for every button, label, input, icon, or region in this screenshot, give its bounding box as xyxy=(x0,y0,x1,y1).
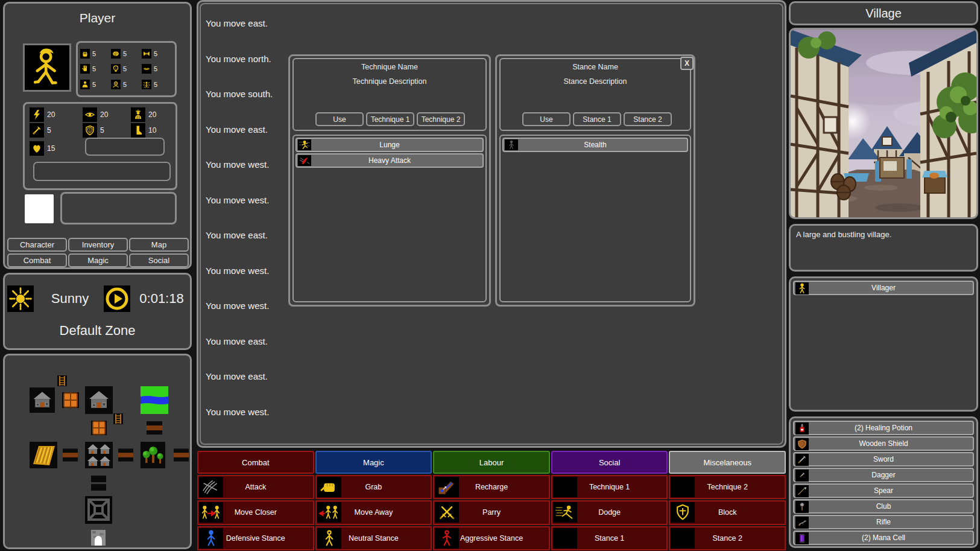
log-line: You move east. xyxy=(206,229,280,241)
attr-value: 20 xyxy=(100,110,108,119)
lips-icon xyxy=(142,64,151,74)
status-input[interactable] xyxy=(85,138,165,156)
item-label: Club xyxy=(794,502,973,511)
nav-button-character[interactable]: Character xyxy=(7,238,67,252)
action-aggressive-stance[interactable]: Aggressive Stance xyxy=(433,526,550,550)
action-block[interactable]: Block xyxy=(669,500,786,524)
player-panel-title: Player xyxy=(5,11,190,25)
nav-button-magic[interactable]: Magic xyxy=(68,253,128,267)
skill-value: 5 xyxy=(123,65,127,72)
action-header-social[interactable]: Social xyxy=(551,451,668,474)
message-log: ******************** Debug World Crea **… xyxy=(200,3,783,445)
action-header-labour[interactable]: Labour xyxy=(433,451,550,474)
location-description: A large and bustling village. xyxy=(796,230,891,239)
action-grab[interactable]: Grab xyxy=(315,475,432,499)
entity-row[interactable]: Villager xyxy=(793,281,974,295)
nav-button-map[interactable]: Map xyxy=(129,238,189,252)
hand-icon xyxy=(80,64,90,74)
item-row[interactable]: Rifle xyxy=(793,515,974,529)
map-tile-ladder xyxy=(113,413,123,427)
stance-slot1-button[interactable]: Stance 1 xyxy=(573,112,621,126)
weather-panel: Sunny 0:01:18 Default Zone xyxy=(3,273,192,350)
map-tile-door xyxy=(62,392,79,410)
map-tile-road-vertical xyxy=(91,476,106,494)
world-view-panel: ******************** Debug World Crea **… xyxy=(197,0,786,448)
fist-icon xyxy=(80,49,90,59)
skill-value: 5 xyxy=(123,50,127,57)
item-slot[interactable] xyxy=(25,194,54,223)
action-technique-2[interactable]: Technique 2 xyxy=(669,475,786,499)
stance-list-item[interactable]: Stealth xyxy=(502,138,688,152)
item-row[interactable]: Sword xyxy=(793,452,974,467)
technique-name: Technique Name xyxy=(294,63,485,71)
skill-value: 5 xyxy=(92,65,96,72)
item-row[interactable]: Spear xyxy=(793,483,974,498)
technique-list-item[interactable]: Heavy Attack xyxy=(296,153,484,168)
action-header-combat[interactable]: Combat xyxy=(197,451,314,474)
action-dodge[interactable]: Dodge xyxy=(551,500,668,524)
action-stance-2[interactable]: Stance 2 xyxy=(669,526,786,550)
torso-icon xyxy=(80,80,90,89)
boot-icon xyxy=(131,123,145,138)
action-recharge[interactable]: Recharge xyxy=(433,475,550,499)
technique-window: Technique Name Technique Description Use… xyxy=(288,54,491,307)
item-label: Dagger xyxy=(794,471,973,479)
map-tile-hamlet xyxy=(85,442,113,471)
map-tile-door xyxy=(91,421,107,438)
technique-list: Lunge Heavy Attack xyxy=(292,135,487,302)
action-stance-1[interactable]: Stance 1 xyxy=(551,526,668,550)
slot-description-box xyxy=(60,192,177,225)
action-attack[interactable]: Attack xyxy=(197,475,314,499)
action-column-magic: Magic Grab Move Away Neutral Stance xyxy=(315,450,433,551)
action-header-miscelaneous[interactable]: Miscelaneous xyxy=(669,451,786,474)
wooden-shield-icon xyxy=(795,438,809,450)
technique-use-button[interactable]: Use xyxy=(315,112,364,126)
skill-value: 5 xyxy=(92,81,96,88)
heart-icon xyxy=(30,141,44,156)
item-label: (2) Healing Potion xyxy=(794,424,973,432)
log-line: You move east. xyxy=(206,371,280,383)
close-button[interactable]: X xyxy=(680,57,694,70)
play-button[interactable] xyxy=(104,285,130,312)
technique-list-item[interactable]: Lunge xyxy=(296,138,484,152)
item-row[interactable]: Dagger xyxy=(793,468,974,482)
items-panel: (2) Healing Potion Wooden Shield Sword D… xyxy=(789,416,978,548)
log-line: You move south. xyxy=(206,88,280,100)
log-line: You move west. xyxy=(206,265,280,277)
action-header-magic[interactable]: Magic xyxy=(315,451,432,474)
action-bar: Combat Attack Move Closer Defensive Stan… xyxy=(197,450,786,551)
action-move-closer[interactable]: Move Closer xyxy=(197,500,314,524)
condition-input[interactable] xyxy=(33,162,171,181)
entities-panel: Villager xyxy=(789,276,978,412)
nav-button-inventory[interactable]: Inventory xyxy=(68,238,128,252)
action-parry[interactable]: Parry xyxy=(433,500,550,524)
item-row[interactable]: Club xyxy=(793,499,974,514)
item-row[interactable]: (2) Healing Potion xyxy=(793,421,974,435)
heavy-attack-icon xyxy=(298,155,311,166)
club-icon xyxy=(795,501,809,513)
item-row[interactable]: Wooden Shield xyxy=(793,436,974,451)
spear-icon xyxy=(795,485,809,497)
action-neutral-stance[interactable]: Neutral Stance xyxy=(315,526,432,550)
stance-list: Stealth xyxy=(499,135,691,302)
map-tile-house xyxy=(85,386,113,416)
action-defensive-stance[interactable]: Defensive Stance xyxy=(197,526,314,550)
stance-use-button[interactable]: Use xyxy=(522,112,571,126)
technique-slot2-button[interactable]: Technique 2 xyxy=(417,112,465,126)
log-line: You move west. xyxy=(206,300,280,312)
item-label: Wooden Shield xyxy=(794,439,973,448)
map-tile-road xyxy=(118,448,133,465)
action-column-miscelaneous: Miscelaneous Technique 2 Block Stance 2 xyxy=(668,450,786,551)
stance-window: X Stance Name Stance Description Use Sta… xyxy=(495,54,695,307)
item-row[interactable]: (2) Mana Cell xyxy=(793,530,974,545)
stealth-icon xyxy=(505,139,518,150)
technique-info-box: Technique Name Technique Description Use… xyxy=(292,58,487,131)
nav-button-social[interactable]: Social xyxy=(129,253,189,267)
nav-button-combat[interactable]: Combat xyxy=(7,253,67,267)
technique-slot1-button[interactable]: Technique 1 xyxy=(366,112,414,126)
action-technique-1[interactable]: Technique 1 xyxy=(551,475,668,499)
action-move-away[interactable]: Move Away xyxy=(315,500,432,524)
stance-slot2-button[interactable]: Stance 2 xyxy=(624,112,672,126)
sun-icon xyxy=(7,285,34,312)
village-scene-image xyxy=(791,30,976,217)
